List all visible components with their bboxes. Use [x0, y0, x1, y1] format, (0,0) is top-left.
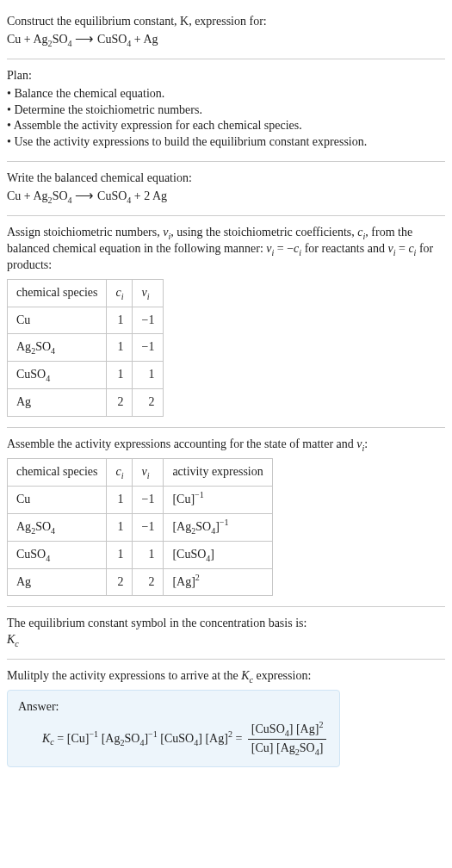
- arrow-icon: ⟶: [72, 32, 98, 46]
- sub-i: i: [147, 291, 150, 301]
- answer-equation: Kc = [Cu]−1 [Ag2SO4]−1 [CuSO4] [Ag]2 = […: [18, 722, 329, 756]
- cell-c: 2: [107, 389, 133, 417]
- cell-species: Ag: [8, 389, 107, 417]
- fraction-numerator: [CuSO4] [Ag]2: [248, 722, 327, 740]
- cell-species: Ag: [8, 568, 107, 596]
- section-plan: Plan: Balance the chemical equation. Det…: [7, 59, 445, 162]
- cell-species: Cu: [8, 486, 107, 513]
- k-symbol: K: [7, 633, 15, 646]
- balanced-rhs2: + 2 Ag: [131, 189, 167, 202]
- cell-c: 1: [107, 334, 133, 362]
- cell-activity: [Cu]−1: [164, 486, 272, 513]
- cell-nu: −1: [133, 334, 164, 362]
- col-nu: νi: [133, 279, 164, 307]
- cell-nu: −1: [133, 513, 164, 541]
- col-c: ci: [107, 279, 133, 307]
- arrow-icon: ⟶: [72, 189, 98, 202]
- col-species: chemical species: [8, 459, 107, 487]
- product-cuso: CuSO: [97, 33, 127, 46]
- activity-table: chemical species ci νi activity expressi…: [7, 458, 273, 596]
- cell-activity: [Ag2SO4]−1: [164, 513, 272, 541]
- cell-species: Cu: [8, 307, 107, 334]
- table-header-row: chemical species ci νi activity expressi…: [8, 459, 273, 487]
- cell-species: CuSO4: [8, 541, 107, 568]
- table-row: Cu 1 −1: [8, 307, 164, 334]
- table-row: CuSO4 1 1: [8, 362, 164, 389]
- sub-i: i: [121, 471, 124, 480]
- intro-line1: Construct the equilibrium constant, K, e…: [7, 14, 445, 30]
- assign-text: Assign stoichiometric numbers, νi, using…: [7, 225, 445, 274]
- k-symbol: K: [241, 669, 249, 682]
- cell-nu: −1: [133, 486, 164, 513]
- assign-eq2: =: [395, 242, 408, 255]
- section-activity: Assemble the activity expressions accoun…: [7, 428, 445, 607]
- page: Construct the equilibrium constant, K, e…: [0, 0, 452, 788]
- plan-item: Assemble the activity expression for eac…: [7, 118, 445, 134]
- sub-c: c: [15, 639, 18, 648]
- cell-c: 1: [107, 486, 133, 513]
- multiply-text-a: Mulitply the activity expressions to arr…: [7, 669, 241, 682]
- fraction-denominator: [Cu] [Ag2SO4]: [248, 740, 327, 756]
- assemble-text-a: Assemble the activity expressions accoun…: [7, 437, 356, 450]
- balanced-rhs1: CuSO: [97, 189, 127, 202]
- reactant-so: SO: [53, 33, 68, 46]
- assign-text-a: Assign stoichiometric numbers,: [7, 226, 163, 239]
- balanced-equation: Cu + Ag2SO4 ⟶ CuSO4 + 2 Ag: [7, 187, 445, 205]
- table-row: Ag2SO4 1 −1 [Ag2SO4]−1: [8, 513, 273, 541]
- cell-nu: 2: [133, 568, 164, 596]
- answer-label: Answer:: [18, 699, 329, 716]
- fraction: [CuSO4] [Ag]2 [Cu] [Ag2SO4]: [248, 722, 327, 756]
- equals-sign: =: [235, 732, 245, 745]
- balanced-lhs1: Cu + Ag: [7, 189, 48, 202]
- table-row: CuSO4 1 1 [CuSO4]: [8, 541, 273, 568]
- assemble-text-b: :: [364, 437, 368, 450]
- reactant-cu: Cu + Ag: [7, 33, 48, 46]
- equals-sign: =: [54, 732, 67, 745]
- assemble-text: Assemble the activity expressions accoun…: [7, 437, 445, 453]
- cell-c: 1: [107, 307, 133, 334]
- table-header-row: chemical species ci νi: [8, 279, 164, 307]
- col-c: ci: [107, 459, 133, 487]
- k-symbol: K: [42, 732, 50, 745]
- intro-equation: Cu + Ag2SO4 ⟶ CuSO4 + Ag: [7, 30, 445, 48]
- sub-i: i: [147, 471, 150, 480]
- cell-c: 1: [107, 541, 133, 568]
- basis-symbol: Kc: [7, 632, 445, 648]
- cell-nu: 1: [133, 541, 164, 568]
- balanced-heading: Write the balanced chemical equation:: [7, 170, 445, 187]
- cell-species: Ag2SO4: [8, 334, 107, 362]
- intro-text: Construct the equilibrium constant, K, e…: [7, 15, 267, 28]
- assign-text-b: , using the stoichiometric coefficients,: [170, 226, 357, 239]
- cell-c: 1: [107, 513, 133, 541]
- product-ag: + Ag: [131, 33, 158, 46]
- cell-c: 1: [107, 362, 133, 389]
- cell-c: 2: [107, 568, 133, 596]
- cell-nu: 1: [133, 362, 164, 389]
- plan-item: Use the activity expressions to build th…: [7, 134, 445, 151]
- section-multiply: Mulitply the activity expressions to arr…: [7, 660, 445, 777]
- section-assign: Assign stoichiometric numbers, νi, using…: [7, 216, 445, 428]
- stoich-table: chemical species ci νi Cu 1 −1 Ag2SO4 1 …: [7, 279, 164, 417]
- plan-item: Determine the stoichiometric numbers.: [7, 102, 445, 119]
- table-row: Ag 2 2 [Ag]2: [8, 568, 273, 596]
- col-activity: activity expression: [164, 459, 272, 487]
- sub-i: i: [121, 291, 124, 301]
- multiply-text: Mulitply the activity expressions to arr…: [7, 668, 445, 685]
- cell-species: CuSO4: [8, 362, 107, 389]
- cell-nu: 2: [133, 389, 164, 417]
- table-row: Ag2SO4 1 −1: [8, 334, 164, 362]
- section-basis: The equilibrium constant symbol in the c…: [7, 607, 445, 660]
- cell-activity: [CuSO4]: [164, 541, 272, 568]
- assign-eq1: = −: [274, 242, 294, 255]
- multiply-text-b: expression:: [253, 669, 311, 682]
- table-row: Ag 2 2: [8, 389, 164, 417]
- section-intro: Construct the equilibrium constant, K, e…: [7, 5, 445, 59]
- plan-heading: Plan:: [7, 68, 445, 84]
- cell-nu: −1: [133, 307, 164, 334]
- section-balanced: Write the balanced chemical equation: Cu…: [7, 162, 445, 216]
- table-row: Cu 1 −1 [Cu]−1: [8, 486, 273, 513]
- assign-text-d: for reactants and: [301, 242, 387, 255]
- col-nu: νi: [133, 459, 164, 487]
- cell-species: Ag2SO4: [8, 513, 107, 541]
- basis-line1: The equilibrium constant symbol in the c…: [7, 616, 445, 632]
